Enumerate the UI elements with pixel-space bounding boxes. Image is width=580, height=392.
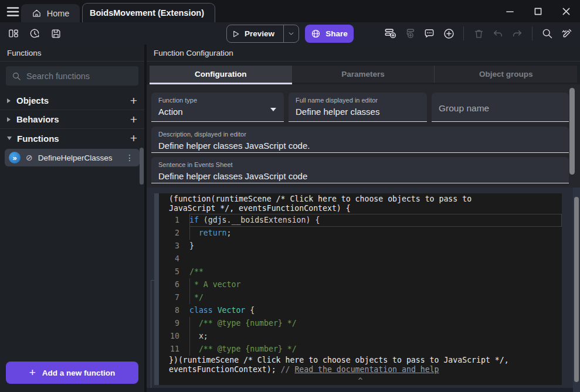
sentence-label: Sentence in Events Sheet xyxy=(158,161,562,168)
config-scrollbar[interactable] xyxy=(569,88,575,175)
add-new-function-button[interactable]: + Add a new function xyxy=(6,362,138,384)
code-line[interactable]: 3} xyxy=(159,240,562,253)
close-window-icon[interactable] xyxy=(561,6,571,16)
events-scrollbar-thumb[interactable] xyxy=(574,197,579,382)
sentence-field[interactable]: Sentence in Events Sheet Define helper c… xyxy=(151,157,569,183)
code-line[interactable]: 1if (gdjs.__boidsExtension) { xyxy=(159,214,562,227)
tab-home[interactable]: Home xyxy=(21,4,80,22)
add-function-icon[interactable]: + xyxy=(130,132,137,144)
code-footer[interactable]: })(runtimeScene /* Click here to choose … xyxy=(159,356,562,374)
function-type-label: Function type xyxy=(158,97,277,104)
tab-home-label: Home xyxy=(47,9,70,18)
functions-sidebar: Functions Objects + Behaviors + Function… xyxy=(0,45,144,392)
add-other-event-icon[interactable] xyxy=(441,26,456,41)
code-line[interactable]: 6 * A vector xyxy=(159,278,562,291)
search-icon[interactable] xyxy=(540,26,555,41)
chevron-right-icon xyxy=(7,98,11,103)
preview-button[interactable]: Preview xyxy=(226,25,299,43)
events-sheet: (function(runtimeScene /* Click here to … xyxy=(147,188,580,392)
add-new-function-label: Add a new function xyxy=(42,369,116,377)
event-connector-line xyxy=(151,280,151,391)
documentation-link[interactable]: Read the documentation and help xyxy=(294,365,439,374)
maximize-icon[interactable] xyxy=(533,6,542,16)
dropdown-caret-icon xyxy=(270,108,276,111)
edit-pen-icon[interactable] xyxy=(559,26,574,41)
toolbar: Preview Share xyxy=(0,22,580,45)
redo-icon[interactable] xyxy=(510,26,525,41)
sidebar-section-objects[interactable]: Objects + xyxy=(0,91,144,110)
titlebar: Home BoidsMovement (Extension) xyxy=(0,0,580,22)
toolbar-right xyxy=(383,22,574,45)
toolbar-divider xyxy=(463,26,464,40)
chevron-down-icon xyxy=(7,137,12,140)
code-header[interactable]: (function(runtimeScene /* Click here to … xyxy=(159,193,562,213)
sidebar-section-behaviors[interactable]: Behaviors + xyxy=(0,110,144,129)
section-label: Objects xyxy=(16,96,49,105)
group-name-field[interactable]: Group name xyxy=(432,93,569,122)
code-line[interactable]: 4 xyxy=(159,253,562,265)
function-configuration-panel: Function Configuration Configuration Par… xyxy=(147,45,580,392)
tab-boidsmovement[interactable]: BoidsMovement (Extension) xyxy=(82,3,215,22)
full-name-field[interactable]: Full name displayed in editor Define hel… xyxy=(289,93,427,122)
code-line[interactable]: 9 /** @type {number} */ xyxy=(159,317,562,330)
toolbar-divider xyxy=(532,26,532,40)
function-gear-icon: » xyxy=(9,152,21,163)
search-functions-box[interactable] xyxy=(6,66,138,86)
code-line[interactable]: 10 x; xyxy=(159,330,562,343)
share-label: Share xyxy=(325,29,348,38)
add-comment-icon[interactable] xyxy=(422,26,437,41)
code-line[interactable]: 7 */ xyxy=(159,291,562,304)
collapse-caret[interactable]: ^ xyxy=(159,376,562,385)
add-behavior-icon[interactable]: + xyxy=(130,114,137,125)
javascript-code-editor[interactable]: (function(runtimeScene /* Click here to … xyxy=(159,193,562,385)
events-scrollbar-track[interactable] xyxy=(573,188,580,392)
minimize-icon[interactable] xyxy=(505,6,514,16)
sentence-value: Define helper classes JavaScript code xyxy=(158,171,562,181)
configuration-tabbar: Configuration Parameters Object groups xyxy=(150,66,577,84)
chevron-right-icon xyxy=(7,117,11,122)
delete-icon[interactable] xyxy=(471,26,486,41)
code-line[interactable]: 8class Vector { xyxy=(159,304,562,317)
description-label: Description, displayed in editor xyxy=(158,131,562,138)
code-line[interactable]: 5/** xyxy=(159,265,562,278)
share-button[interactable]: Share xyxy=(305,25,354,43)
function-type-select[interactable]: Function type Action xyxy=(151,93,284,122)
preview-dropdown-icon[interactable] xyxy=(284,30,299,38)
add-event-icon[interactable] xyxy=(383,26,398,41)
event-handle-bar[interactable] xyxy=(154,193,159,385)
add-subevent-icon[interactable] xyxy=(402,26,418,41)
globe-icon xyxy=(311,29,321,39)
sidebar-section-functions[interactable]: Functions + xyxy=(0,129,144,148)
tab-object-groups[interactable]: Object groups xyxy=(435,66,577,83)
tab-parameters[interactable]: Parameters xyxy=(292,66,435,83)
version-history-icon[interactable] xyxy=(27,26,42,41)
search-functions-icon xyxy=(12,71,21,81)
sidebar-header: Functions xyxy=(0,45,144,62)
code-line[interactable]: 11 /** @type {number} */ xyxy=(159,343,562,356)
sidebar-scrollbar[interactable] xyxy=(140,148,144,185)
visibility-off-icon: ⊘ xyxy=(26,153,33,162)
events-bottom-band xyxy=(147,388,573,392)
home-icon xyxy=(32,8,42,18)
configuration-form: Function type Action Full name displayed… xyxy=(147,84,580,188)
add-object-icon[interactable]: + xyxy=(130,95,137,107)
menu-icon[interactable] xyxy=(5,5,21,19)
section-label: Behaviors xyxy=(16,114,59,124)
function-item-definehelperclasses[interactable]: » ⊘ DefineHelperClasses ⋮ xyxy=(5,149,140,166)
group-name-placeholder: Group name xyxy=(439,103,562,114)
undo-icon[interactable] xyxy=(490,26,506,41)
toolbar-left xyxy=(6,22,63,45)
code-line[interactable]: 2 return; xyxy=(159,227,562,240)
code-lines[interactable]: 1if (gdjs.__boidsExtension) {2 return;3}… xyxy=(159,214,562,356)
search-functions-input[interactable] xyxy=(26,71,126,81)
tab-active-label: BoidsMovement (Extension) xyxy=(90,8,204,18)
description-field[interactable]: Description, displayed in editor Define … xyxy=(151,127,569,153)
tab-configuration[interactable]: Configuration xyxy=(150,66,292,83)
save-icon[interactable] xyxy=(48,26,63,41)
function-type-value: Action xyxy=(158,107,277,117)
description-value: Define helper classes JavaScript code. xyxy=(158,141,562,151)
main-panel-header: Function Configuration xyxy=(147,45,580,62)
function-item-label: DefineHelperClasses xyxy=(38,154,113,162)
project-manager-icon[interactable] xyxy=(6,26,21,41)
kebab-menu-icon[interactable]: ⋮ xyxy=(126,153,134,162)
